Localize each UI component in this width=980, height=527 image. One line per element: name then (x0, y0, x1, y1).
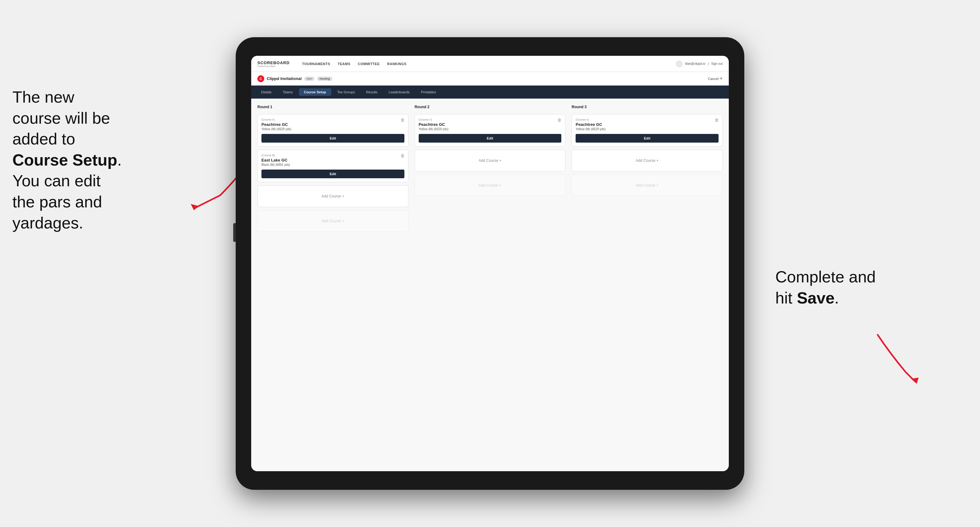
hosting-badge: Hosting (317, 76, 332, 81)
round1-course-a-tee: Yellow (M) (6629 yds) (261, 127, 404, 131)
nav-separator: | (708, 62, 709, 65)
annotation-bold-course-setup: Course Setup (13, 151, 117, 169)
arrow-right (859, 329, 927, 390)
nav-tournaments[interactable]: TOURNAMENTS (302, 61, 330, 67)
nav-committee[interactable]: COMMITTEE (358, 61, 380, 67)
annotation-save-bold: Save (797, 289, 834, 307)
round3-add-course-1-label: Add Course + (636, 159, 659, 163)
round1-course-b-delete[interactable]: 🗑 (400, 153, 405, 158)
c-logo: C (258, 75, 264, 82)
round3-course-a-label: (Course A) (576, 118, 719, 121)
annotation-line6: the pars and (13, 193, 102, 211)
annotation-right-line2: hit Save. (775, 289, 839, 307)
round3-add-course-1[interactable]: Add Course + (571, 150, 722, 171)
round2-add-course-2: Add Course + (415, 175, 566, 196)
round3-course-a-delete[interactable]: 🗑 (714, 117, 719, 122)
tab-course-setup[interactable]: Course Setup (299, 88, 331, 96)
cancel-button[interactable]: Cancel ✕ (708, 76, 722, 81)
scoreboard-logo: SCOREBOARD Powered by clippd (258, 60, 290, 67)
tab-leaderboards[interactable]: Leaderboards (383, 88, 415, 96)
round-3-column: Round 3 🗑 (Course A) Peachtree GC Yellow… (571, 105, 722, 232)
round1-course-a-label: (Course A) (261, 118, 404, 121)
annotation-line2: course will be (13, 109, 110, 127)
annotation-line3: added to (13, 130, 75, 148)
user-email: blair@clippd.io (685, 62, 706, 65)
round1-course-a-edit-button[interactable]: Edit (261, 134, 404, 143)
tournament-title: Clippd Invitational (267, 76, 302, 81)
round-3-title: Round 3 (571, 105, 722, 109)
tournament-bar: C Clippd Invitational Men Hosting Cancel… (251, 72, 729, 86)
annotation-right-line1: Complete and (775, 268, 876, 286)
nav-rankings[interactable]: RANKINGS (387, 61, 407, 67)
annotation-left: The new course will be added to Course S… (13, 87, 192, 233)
round2-course-a-edit-button[interactable]: Edit (419, 134, 562, 143)
sign-out-link[interactable]: Sign out (711, 62, 722, 65)
logo-main: SCOREBOARD (258, 60, 290, 65)
round2-course-a-label: (Course A) (419, 118, 562, 121)
tab-details[interactable]: Details (256, 88, 277, 96)
annotation-line7: yardages. (13, 214, 83, 232)
annotation-right: Complete and hit Save. (775, 267, 918, 308)
round2-course-a-name: Peachtree GC (419, 122, 562, 127)
annotation-line1: The new (13, 88, 74, 106)
round3-course-a-edit-button[interactable]: Edit (576, 134, 719, 143)
round1-course-b-tee: Black (M) (6891 yds) (261, 163, 404, 167)
round1-course-b-name: East Lake GC (261, 158, 404, 162)
round2-course-a-tee: Yellow (M) (6629 yds) (419, 127, 562, 131)
round1-course-a-delete[interactable]: 🗑 (400, 117, 405, 122)
logo-sub: Powered by clippd (258, 65, 290, 67)
round1-course-b-card: 🗑 (Course B) East Lake GC Black (M) (689… (258, 150, 409, 182)
round1-course-b-edit-button[interactable]: Edit (261, 170, 404, 178)
tab-printables[interactable]: Printables (416, 88, 441, 96)
round1-course-a-name: Peachtree GC (261, 122, 404, 127)
top-nav: SCOREBOARD Powered by clippd TOURNAMENTS… (251, 56, 729, 72)
tablet-device: SCOREBOARD Powered by clippd TOURNAMENTS… (236, 37, 744, 490)
tab-teams[interactable]: Teams (278, 88, 298, 96)
nav-right: blair@clippd.io | Sign out (676, 60, 722, 67)
round1-course-a-card: 🗑 (Course A) Peachtree GC Yellow (M) (66… (258, 114, 409, 147)
round2-course-a-delete[interactable]: 🗑 (557, 117, 562, 122)
round3-course-a-tee: Yellow (M) (6629 yds) (576, 127, 719, 131)
round1-add-course-2: Add Course + (258, 210, 409, 232)
sub-tabs: Details Teams Course Setup Tee Groups Re… (251, 86, 729, 98)
round3-course-a-name: Peachtree GC (576, 122, 719, 127)
gender-badge: Men (304, 76, 315, 81)
round2-add-course-1[interactable]: Add Course + (415, 150, 566, 171)
round2-add-course-2-label: Add Course + (479, 183, 501, 187)
round3-add-course-2: Add Course + (571, 175, 722, 196)
nav-teams[interactable]: TEAMS (338, 61, 350, 67)
tablet-side-button (233, 223, 236, 242)
tab-results[interactable]: Results (361, 88, 382, 96)
round-1-title: Round 1 (258, 105, 409, 109)
round-2-title: Round 2 (415, 105, 566, 109)
round1-add-course-1[interactable]: Add Course + (258, 186, 409, 207)
rounds-grid: Round 1 🗑 (Course A) Peachtree GC Yellow… (258, 105, 722, 232)
round3-add-course-2-label: Add Course + (636, 183, 659, 187)
main-content: Round 1 🗑 (Course A) Peachtree GC Yellow… (251, 98, 729, 471)
round2-add-course-1-label: Add Course + (479, 159, 501, 163)
round-1-column: Round 1 🗑 (Course A) Peachtree GC Yellow… (258, 105, 409, 232)
tablet-screen: SCOREBOARD Powered by clippd TOURNAMENTS… (251, 56, 729, 471)
nav-links: TOURNAMENTS TEAMS COMMITTEE RANKINGS (302, 61, 667, 67)
user-avatar (676, 60, 682, 67)
tab-tee-groups[interactable]: Tee Groups (332, 88, 360, 96)
round1-add-course-1-label: Add Course + (321, 194, 344, 198)
round1-add-course-2-label: Add Course + (321, 219, 344, 223)
tournament-name-area: C Clippd Invitational Men Hosting (258, 75, 332, 82)
svg-marker-0 (191, 204, 199, 210)
round1-course-b-label: (Course B) (261, 154, 404, 157)
round3-course-a-card: 🗑 (Course A) Peachtree GC Yellow (M) (66… (571, 114, 722, 147)
annotation-line5: You can edit (13, 172, 100, 190)
round-2-column: Round 2 🗑 (Course A) Peachtree GC Yellow… (415, 105, 566, 232)
round2-course-a-card: 🗑 (Course A) Peachtree GC Yellow (M) (66… (415, 114, 566, 147)
